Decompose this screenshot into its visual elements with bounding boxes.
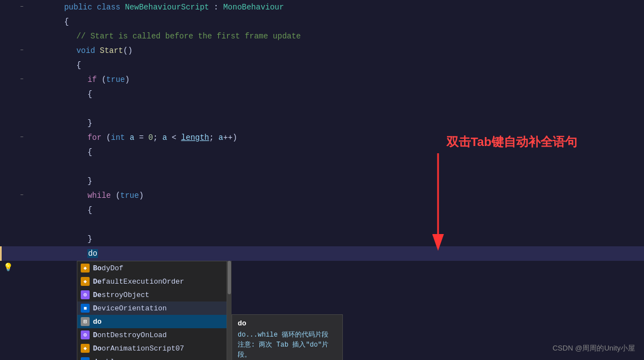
autocomplete-icon-destroyobject: ⊙ <box>81 290 90 299</box>
autocomplete-item-deviceorientation[interactable]: ■ DeviceOrientation <box>77 301 227 315</box>
autocomplete-icon-dontdestroy: ⊙ <box>81 330 90 339</box>
autocomplete-label-deo: DefaultExecutionOrder <box>93 278 184 286</box>
change-indicator <box>0 246 2 261</box>
autocomplete-icon-bodydof: ◆ <box>81 264 90 273</box>
autocomplete-icon-dooranim: ◆ <box>81 344 90 353</box>
autocomplete-dropdown[interactable]: ◆ BodyDof ◆ DefaultExecutionOrder ⊙ Dest… <box>77 261 343 360</box>
autocomplete-icon-do: ⊞ <box>81 317 90 326</box>
code-line-15: { <box>0 203 644 217</box>
autocomplete-list[interactable]: ◆ BodyDof ◆ DefaultExecutionOrder ⊙ Dest… <box>77 261 227 360</box>
code-line-18: do <box>0 246 644 261</box>
lightbulb-icon[interactable]: 💡 <box>3 262 13 272</box>
autocomplete-detail-panel: do do...while 循环的代码片段 注意: 两次 Tab 插入"do"片… <box>232 314 343 360</box>
autocomplete-icon-deo: ◆ <box>81 277 90 286</box>
autocomplete-item-destroyobject[interactable]: ⊙ DestroyObject <box>77 288 227 301</box>
code-line-7: { <box>0 87 644 101</box>
watermark: CSDN @周周的Unity小屋 <box>553 343 635 353</box>
detail-title: do <box>238 319 337 328</box>
fold-4[interactable]: − <box>18 43 26 58</box>
autocomplete-label-do: do <box>93 318 102 326</box>
autocomplete-item-dooranimation[interactable]: ◆ DoorAnimationScript07 <box>77 342 227 355</box>
detail-line1: do...while 循环的代码片段 <box>238 330 337 340</box>
autocomplete-item-defaultexecutionorder[interactable]: ◆ DefaultExecutionOrder <box>77 275 227 288</box>
autocomplete-scrollbar-thumb[interactable] <box>228 261 231 294</box>
editor-container: − public class NewBehaviourScript : Mono… <box>0 0 644 360</box>
autocomplete-label-dooranim: DoorAnimationScript07 <box>93 344 184 353</box>
annotation-arrow <box>416 153 460 254</box>
autocomplete-icon-double: ■ <box>81 357 90 360</box>
autocomplete-item-dontdestroyonload[interactable]: ⊙ DontDestroyOnLoad <box>77 328 227 342</box>
autocomplete-item-bodydof[interactable]: ◆ BodyDof <box>77 261 227 275</box>
autocomplete-label-destroyobject: DestroyObject <box>93 291 149 299</box>
fold-14[interactable]: − <box>18 188 26 203</box>
fold-10[interactable]: − <box>18 130 26 145</box>
detail-line2: 注意: 两次 Tab 插入"do"片段。 <box>238 340 337 360</box>
annotation-text: 双击Tab键自动补全语句 <box>446 134 577 150</box>
autocomplete-icon-deviceorientation: ■ <box>81 304 90 313</box>
fold-6[interactable]: − <box>18 72 26 87</box>
autocomplete-scrollbar[interactable] <box>227 261 232 360</box>
autocomplete-label-deviceorientation: DeviceOrientation <box>93 304 167 313</box>
autocomplete-label-bodydof: BodyDof <box>93 264 124 273</box>
autocomplete-item-double[interactable]: ■ double <box>77 355 227 360</box>
fold-1[interactable]: − <box>18 0 26 14</box>
autocomplete-label-dontdestroy: DontDestroyOnLoad <box>93 331 167 339</box>
autocomplete-item-do[interactable]: ⊞ do <box>77 315 227 328</box>
autocomplete-label-double: double <box>93 358 119 361</box>
